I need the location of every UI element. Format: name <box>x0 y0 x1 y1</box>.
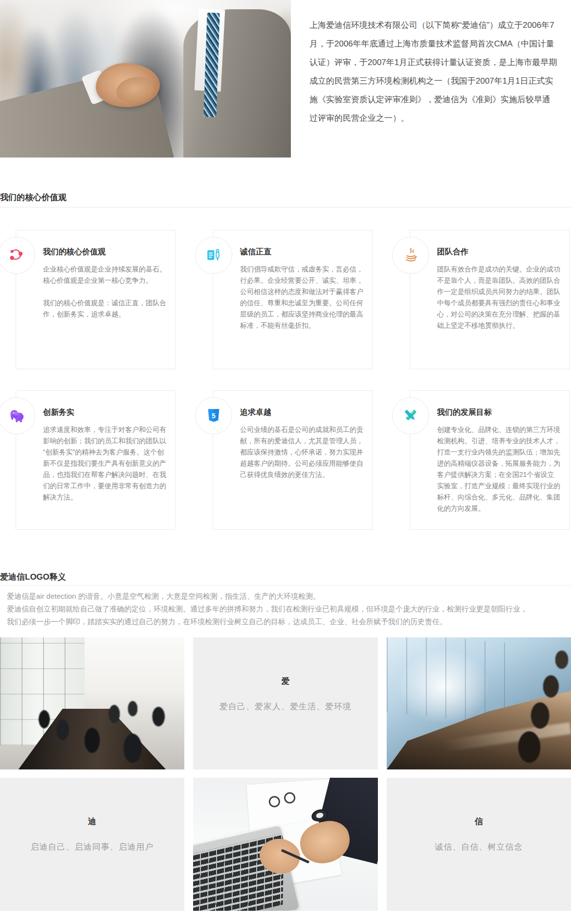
value-card-integrity: 诚信正直 我们倡导戒欺守信，戒虚务实，言必信，行必果。企业经营要公开、诚实、坦率… <box>213 230 373 369</box>
logo-block-subtitle: 启迪自己、启迪同事、启迪用户 <box>0 841 184 853</box>
card-icon-circle <box>392 237 429 274</box>
card-title: 我们的核心价值观 <box>43 247 166 257</box>
hands-documents-photo <box>193 778 378 911</box>
svg-text:5: 5 <box>212 412 216 420</box>
conference-room-photo <box>387 637 571 769</box>
logo-meaning-line: 我们必须一步一个脚印，踏踏实实的通过自己的努力，在环境检测行业树立自己的目标，达… <box>7 615 564 628</box>
share-icon <box>8 247 25 264</box>
card-body: 我们倡导戒欺守信，戒虚务实，言必信，行必果。企业经营要公开、诚实、坦率，公司相信… <box>240 264 363 331</box>
logo-block-title: 迪 <box>0 778 184 827</box>
logo-section-title: 爱迪信LOGO释义 <box>0 571 66 583</box>
office-chairs-shape <box>0 637 184 769</box>
values-section-title: 我们的核心价值观 <box>0 192 66 203</box>
section-divider <box>0 585 571 586</box>
card-title: 追求卓越 <box>240 407 363 418</box>
logo-block-di: 迪 启迪自己、启迪同事、启迪用户 <box>0 778 184 911</box>
card-title: 创新务实 <box>43 407 166 418</box>
logo-grid: 爱 爱自己、爱家人、爱生活、爱环境 迪 启迪自己、启迪同事、启迪用户 <box>0 637 571 911</box>
value-card-innovation: 创新务实 追求速度和效率，专注于对客户和公司有影响的创新；我们的员工和我们的团队… <box>16 390 176 530</box>
card-icon-circle <box>392 397 429 434</box>
logo-meaning-paragraph: 爱迪信是air detection 的谐音。小意是空气检测，大意是空间检测，指生… <box>7 590 564 628</box>
value-card-excellence: 5 追求卓越 公司业绩的基石是公司的成就和员工的贡献，所有的爱迪信人，尤其是管理… <box>213 390 373 530</box>
elephant-icon <box>8 407 25 424</box>
logo-block-title: 信 <box>387 778 571 827</box>
logo-meaning-line: 爱迪信自创立初期就给自己做了准确的定位，环境检测。通过多年的拼搏和努力，我们在检… <box>7 603 564 615</box>
java-cup-icon <box>402 247 419 264</box>
value-cards-grid: 我们的核心价值观 企业核心价值观是企业持续发展的基石。核心价值观是企业第一核心竞… <box>16 230 570 530</box>
card-body: 追求速度和效率，专注于对客户和公司有影响的创新；我们的员工和我们的团队以“创新务… <box>43 424 166 503</box>
logo-block-ai: 爱 爱自己、爱家人、爱生活、爱环境 <box>193 637 378 769</box>
card-body: 团队有效合作是成功的关键。企业的成功不是靠个人，而是靠团队。高效的团队合作一定是… <box>437 264 560 331</box>
card-body: 创建专业化、品牌化、连锁的第三方环境检测机构。引进、培养专业的技术人才，打造一支… <box>437 424 560 514</box>
value-card-development-goals: 我们的发展目标 创建专业化、品牌化、连锁的第三方环境检测机构。引进、培养专业的技… <box>410 390 570 530</box>
html5-shield-icon: 5 <box>205 407 222 424</box>
ruler-pencil-icon <box>402 407 419 424</box>
logo-block-xin: 信 诚信、自信、树立信念 <box>387 778 571 911</box>
card-icon-circle: 5 <box>195 397 232 434</box>
card-body: 公司业绩的基石是公司的成就和员工的贡献，所有的爱迪信人，尤其是管理人员，都应该保… <box>240 424 363 480</box>
section-divider <box>0 207 571 207</box>
leather-chairs-shape <box>494 643 571 764</box>
business-handshake-photo <box>0 0 291 158</box>
notebook-pen-icon <box>205 247 222 264</box>
card-body-2: 我们的核心价值观是：诚信正直，团队合作，创新务实，追求卓越。 <box>43 297 166 320</box>
value-card-teamwork: 团队合作 团队有效合作是成功的关键。企业的成功不是靠个人，而是靠团队。高效的团队… <box>410 230 570 369</box>
card-title: 团队合作 <box>437 247 560 257</box>
card-title: 我们的发展目标 <box>437 407 560 418</box>
about-page: 上海爱迪信环境技术有限公司（以下简称“爱迪信”）成立于2006年7月，于2006… <box>0 0 571 924</box>
value-card-core-values: 我们的核心价值观 企业核心价值观是企业持续发展的基石。核心价值观是企业第一核心竞… <box>16 230 176 369</box>
logo-meaning-line: 爱迪信是air detection 的谐音。小意是空气检测，大意是空间检测，指生… <box>7 590 564 603</box>
card-icon-circle <box>0 237 35 274</box>
logo-block-subtitle: 诚信、自信、树立信念 <box>387 841 571 853</box>
card-icon-circle <box>0 397 35 434</box>
card-body: 企业核心价值观是企业持续发展的基石。核心价值观是企业第一核心竞争力。 <box>43 264 166 286</box>
company-intro-paragraph: 上海爱迪信环境技术有限公司（以下简称“爱迪信”）成立于2006年7月，于2006… <box>309 16 558 128</box>
logo-block-title: 爱 <box>193 637 378 687</box>
logo-block-subtitle: 爱自己、爱家人、爱生活、爱环境 <box>193 701 378 712</box>
card-title: 诚信正直 <box>240 247 363 257</box>
meeting-room-photo <box>0 637 184 769</box>
card-icon-circle <box>195 237 232 274</box>
